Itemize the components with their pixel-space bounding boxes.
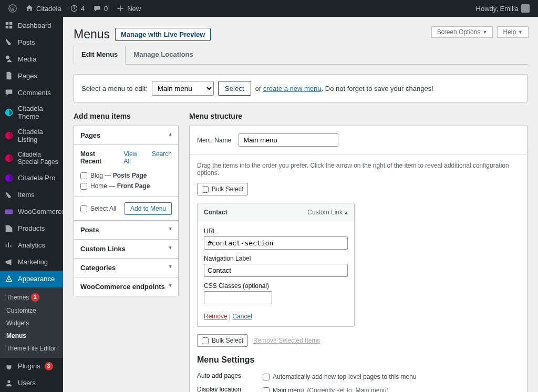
bulk-select-top[interactable]: Bulk Select [197, 183, 248, 195]
menu-item-header[interactable]: Contact Custom Link▴ [198, 203, 354, 221]
nav-plugins[interactable]: Plugins 3 [0, 358, 63, 375]
menu-structure-heading: Menu structure [189, 112, 527, 120]
display-location-label: Display location [197, 386, 263, 392]
or-text: or create a new menu. Do not forget to s… [255, 85, 433, 92]
updates-link[interactable]: 4 [66, 0, 89, 17]
nav-citadela-special[interactable]: Citadela Special Pages [0, 147, 63, 170]
admin-sidebar: Dashboard Posts Media Pages Comments Cit… [0, 17, 63, 392]
plugins-badge: 3 [45, 362, 53, 370]
nav-woocommerce[interactable]: WooCommerce [0, 203, 63, 220]
nav-posts[interactable]: Posts [0, 34, 63, 50]
admin-bar: Citadela 4 0 New Howdy, Emilia [0, 0, 538, 17]
menu-select[interactable]: Main menu [152, 81, 214, 96]
avatar [521, 4, 530, 13]
nav-citadela-pro[interactable]: Citadela Pro [0, 170, 63, 187]
subnav-customize[interactable]: Customize [0, 304, 63, 317]
structure-hint: Drag the items into the order you prefer… [197, 162, 520, 177]
menu-item-contact: Contact Custom Link▴ URL Navigation Labe… [197, 203, 355, 327]
svg-rect-6 [5, 209, 13, 214]
subnav-theme-editor[interactable]: Theme File Editor [0, 342, 63, 355]
content-area: Screen Options▼ Help▼ Menus Manage with … [63, 17, 538, 392]
menu-settings-heading: Menu Settings [197, 355, 520, 365]
select-all[interactable]: Select All [80, 203, 116, 214]
remove-selected-link: Remove Selected Items [253, 337, 320, 344]
acc-posts[interactable]: Posts [74, 221, 178, 240]
select-menu-bar: Select a menu to edit: Main menu Select … [74, 74, 527, 102]
svg-point-7 [8, 278, 10, 280]
menu-name-input[interactable] [239, 133, 338, 147]
screen-options-button[interactable]: Screen Options▼ [431, 26, 493, 38]
subnav-themes[interactable]: Themes 1 [0, 291, 63, 304]
menu-name-label: Menu Name [197, 137, 231, 144]
svg-point-1 [6, 56, 9, 59]
nav-media[interactable]: Media [0, 50, 63, 67]
tab-edit-menus[interactable]: Edit Menus [74, 46, 126, 65]
nav-label-label: Navigation Label [204, 255, 348, 262]
svg-point-0 [9, 5, 16, 12]
nav-pages[interactable]: Pages [0, 67, 63, 84]
remove-link[interactable]: Remove [204, 313, 227, 320]
help-button[interactable]: Help▼ [497, 26, 529, 38]
manage-live-preview-button[interactable]: Manage with Live Preview [115, 28, 211, 41]
subtab-recent[interactable]: Most Recent [80, 150, 118, 165]
add-to-menu-button[interactable]: Add to Menu [125, 202, 172, 215]
new-link[interactable]: New [112, 0, 145, 17]
auto-add-label: Auto add pages [197, 372, 263, 381]
subtab-viewall[interactable]: View All [124, 150, 146, 165]
nav-citadela-theme[interactable]: Citadela Theme [0, 101, 63, 124]
css-classes-label: CSS Classes (optional) [204, 282, 348, 290]
themes-badge: 1 [31, 293, 39, 302]
nav-marketing[interactable]: Marketing [0, 254, 63, 271]
nav-label-input[interactable] [204, 264, 348, 277]
url-label: URL [204, 228, 348, 235]
subtab-search[interactable]: Search [152, 150, 172, 165]
nav-dashboard[interactable]: Dashboard [0, 17, 63, 34]
select-label: Select a menu to edit: [81, 85, 148, 92]
svg-point-8 [7, 380, 10, 383]
acc-custom-links[interactable]: Custom Links [74, 240, 178, 259]
subnav-widgets[interactable]: Widgets [0, 317, 63, 329]
acc-categories[interactable]: Categories [74, 259, 178, 277]
nav-items[interactable]: Items [0, 187, 63, 203]
loc-main-checkbox[interactable]: Main menu (Currently set to: Main menu) [263, 386, 398, 392]
wp-logo[interactable] [4, 0, 21, 17]
create-new-menu-link[interactable]: create a new menu [263, 85, 322, 92]
select-button[interactable]: Select [218, 81, 251, 96]
css-classes-input[interactable] [204, 291, 272, 304]
cancel-link[interactable]: Cancel [232, 313, 252, 320]
auto-add-checkbox[interactable]: Automatically add new top-level pages to… [263, 372, 417, 381]
nav-appearance[interactable]: Appearance [0, 271, 63, 287]
add-items-heading: Add menu items [74, 112, 179, 120]
subnav-menus[interactable]: Menus [0, 329, 63, 342]
url-input[interactable] [204, 236, 348, 250]
page-title: Menus [74, 27, 110, 42]
howdy-user[interactable]: Howdy, Emilia [472, 0, 534, 17]
site-link[interactable]: Citadela [21, 0, 66, 17]
acc-pages[interactable]: Pages [74, 126, 178, 145]
page-item-home[interactable]: Home — Front Page [80, 181, 172, 191]
page-item-blog[interactable]: Blog — Posts Page [80, 170, 172, 181]
nav-products[interactable]: Products [0, 220, 63, 237]
appearance-submenu: Themes 1 Customize Widgets Menus Theme F… [0, 287, 63, 358]
nav-analytics[interactable]: Analytics [0, 237, 63, 254]
nav-citadela-listing[interactable]: Citadela Listing [0, 124, 63, 147]
bulk-select-bottom[interactable]: Bulk Select [197, 334, 248, 347]
comments-link[interactable]: 0 [89, 0, 112, 17]
chevron-up-icon: ▴ [345, 209, 348, 216]
acc-woocommerce[interactable]: WooCommerce endpoints [74, 277, 178, 296]
nav-tabs: Edit Menus Manage Locations [74, 46, 527, 65]
nav-comments[interactable]: Comments [0, 84, 63, 101]
tab-manage-locations[interactable]: Manage Locations [126, 46, 201, 64]
nav-users[interactable]: Users [0, 375, 63, 391]
